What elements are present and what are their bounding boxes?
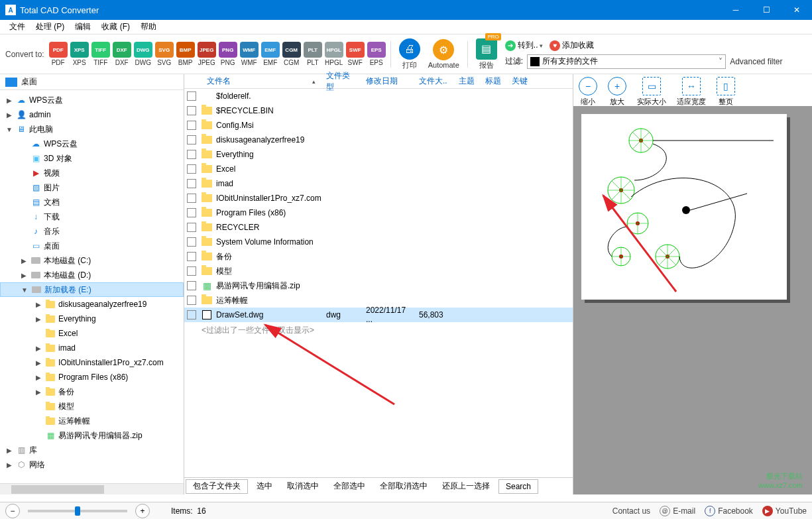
file-row[interactable]: IObitUninstaller1Pro_xz7.com	[184, 191, 573, 205]
tree-node[interactable]: ▶IObitUninstaller1Pro_xz7.com	[0, 355, 184, 370]
tree-node[interactable]: ♪音乐	[0, 224, 184, 239]
format-cgm[interactable]: CGMCGM	[282, 42, 302, 66]
tree-node[interactable]: 模型	[0, 399, 184, 414]
file-row[interactable]: $folderelf.	[184, 89, 573, 103]
tree-node[interactable]: ▶Everything	[0, 312, 184, 326]
tree-node[interactable]: ▣3D 对象	[0, 151, 184, 166]
file-row[interactable]: Everything	[184, 147, 573, 162]
file-row[interactable]: Config.Msi	[184, 118, 573, 133]
file-row[interactable]: imad	[184, 176, 573, 191]
fit-page-button[interactable]: ▯整页	[717, 77, 735, 107]
file-row[interactable]: Excel	[184, 162, 573, 176]
file-row[interactable]: Program Files (x86)	[184, 205, 573, 220]
format-emf[interactable]: EMFEMF	[261, 42, 280, 66]
format-wmf[interactable]: WMFWMF	[239, 42, 259, 66]
format-svg[interactable]: SVGSVG	[154, 42, 174, 66]
row-checkbox[interactable]	[187, 252, 196, 261]
format-bmp[interactable]: BMPBMP	[176, 42, 196, 66]
row-checkbox[interactable]	[187, 179, 196, 188]
format-jpeg[interactable]: JPEGJPEG	[197, 42, 217, 66]
uncheck-all-button[interactable]: 全部取消选中	[373, 479, 435, 494]
maximize-button[interactable]: ☐	[751, 0, 782, 20]
tree-node[interactable]: ▭桌面	[0, 239, 184, 253]
tree-node[interactable]: Excel	[0, 326, 184, 341]
col-name[interactable]: 文件名▴	[202, 76, 321, 87]
tree-node[interactable]: ↓下载	[0, 209, 184, 224]
file-row[interactable]: 备份	[184, 249, 573, 264]
tree-node[interactable]: ▼🖥此电脑	[0, 122, 184, 137]
tree-node[interactable]: ▶diskusageanalyzerfree19	[0, 297, 184, 312]
zoom-plus-button[interactable]: +	[135, 504, 150, 518]
row-checkbox[interactable]	[187, 208, 196, 217]
file-row[interactable]: ▦易游网讯专用编辑器.zip	[184, 278, 573, 293]
tree-node[interactable]: ▶imad	[0, 341, 184, 355]
format-swf[interactable]: SWFSWF	[345, 42, 365, 66]
youtube-link[interactable]: ▶YouTube	[762, 506, 807, 516]
tree-node[interactable]: ▶视频	[0, 166, 184, 180]
col-key[interactable]: 关键	[506, 76, 533, 87]
col-date[interactable]: 修改日期	[361, 76, 414, 87]
check-button[interactable]: 选中	[249, 479, 280, 494]
row-checkbox[interactable]	[187, 164, 196, 174]
search-button[interactable]: Search	[498, 479, 538, 494]
zoom-slider[interactable]	[28, 510, 127, 512]
zoom-out-button[interactable]: −缩小	[579, 77, 597, 107]
row-checkbox[interactable]	[187, 310, 196, 319]
facebook-link[interactable]: fFacebook	[705, 506, 753, 516]
menu-item-3[interactable]: 收藏 (F)	[96, 20, 135, 34]
favorite-link[interactable]: ♥ 添加收藏	[550, 40, 594, 51]
tree-node[interactable]: ▶👤admin	[0, 107, 184, 122]
file-row[interactable]: 模型	[184, 264, 573, 278]
automate-button[interactable]: ⚙ Automate	[424, 39, 463, 69]
format-tiff[interactable]: TIFFTIFF	[91, 42, 111, 66]
file-row[interactable]: $RECYCLE.BIN	[184, 103, 573, 118]
menu-item-0[interactable]: 文件	[4, 20, 30, 34]
goto-link[interactable]: ➔ 转到..▾	[505, 40, 544, 51]
close-button[interactable]: ✕	[782, 0, 812, 20]
row-checkbox[interactable]	[187, 135, 196, 144]
minimize-button[interactable]: ─	[721, 0, 751, 20]
format-dxf[interactable]: DXFDXF	[112, 42, 132, 66]
actual-size-button[interactable]: ▭实际大小	[637, 77, 666, 107]
tree-node[interactable]: ▶本地磁盘 (C:)	[0, 253, 184, 268]
row-checkbox[interactable]	[187, 266, 196, 276]
menu-item-1[interactable]: 处理 (P)	[30, 20, 70, 34]
file-row[interactable]: System Volume Information	[184, 235, 573, 249]
format-pdf[interactable]: PDFPDF	[48, 42, 68, 66]
tree-node[interactable]: ▧图片	[0, 180, 184, 195]
tree-node[interactable]: ▶⬡网络	[0, 457, 184, 472]
contact-us-link[interactable]: Contact us	[612, 506, 650, 516]
format-dwg[interactable]: DWGDWG	[133, 42, 153, 66]
tree-node[interactable]: ▶本地磁盘 (D:)	[0, 268, 184, 282]
fit-width-button[interactable]: ↔适应宽度	[677, 77, 706, 107]
print-button[interactable]: 🖨 打印	[395, 38, 424, 70]
format-png[interactable]: PNGPNG	[218, 42, 238, 66]
file-row[interactable]: diskusageanalyzerfree19	[184, 133, 573, 147]
row-checkbox[interactable]	[187, 296, 196, 305]
format-xps[interactable]: XPSXPS	[70, 42, 89, 66]
row-checkbox[interactable]	[187, 150, 196, 159]
row-checkbox[interactable]	[187, 237, 196, 247]
tree-node[interactable]: ▦易游网讯专用编辑器.zip	[0, 428, 184, 443]
email-link[interactable]: @E-mail	[660, 506, 695, 516]
tree-node[interactable]: ▶☁WPS云盘	[0, 93, 184, 107]
tree-node[interactable]: ▶▥库	[0, 443, 184, 457]
row-checkbox[interactable]	[187, 121, 196, 130]
tree-node[interactable]: ☁WPS云盘	[0, 137, 184, 151]
col-title[interactable]: 标题	[480, 76, 506, 87]
filter-select[interactable]: 所有支持的文件 ˅	[527, 54, 726, 69]
menu-item-4[interactable]: 帮助	[135, 20, 162, 34]
format-plt[interactable]: PLTPLT	[303, 42, 323, 66]
row-checkbox[interactable]	[187, 194, 196, 203]
tree-hscrollbar[interactable]	[0, 483, 184, 494]
col-topic[interactable]: 主题	[453, 76, 480, 87]
tree-node[interactable]: ▶Program Files (x86)	[0, 370, 184, 384]
tree-node[interactable]: ▼新加载卷 (E:)	[0, 282, 184, 297]
file-row[interactable]: DrawSet.dwgdwg2022/11/17 ...56,803	[184, 308, 573, 322]
row-checkbox[interactable]	[187, 106, 196, 115]
format-hpgl[interactable]: HPGLHPGL	[324, 42, 344, 66]
advanced-filter-link[interactable]: Advanced filter	[730, 57, 782, 66]
col-size[interactable]: 文件大..	[414, 76, 453, 87]
tree-node[interactable]: ▶备份	[0, 384, 184, 399]
menu-item-2[interactable]: 编辑	[70, 20, 96, 34]
